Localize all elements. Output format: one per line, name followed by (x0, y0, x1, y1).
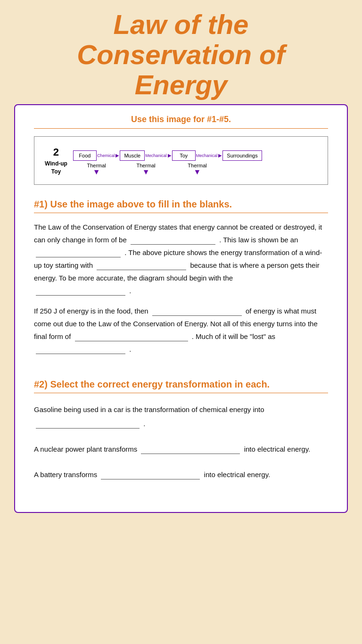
q1-blank3[interactable] (97, 262, 186, 270)
section-divider-q1 (34, 213, 328, 213)
q2-item2: A nuclear power plant transforms into el… (34, 442, 328, 456)
q2-blank2[interactable] (141, 446, 240, 454)
q1-p1-after1: . This law is shown be an (219, 236, 298, 244)
q1-blank7[interactable] (36, 346, 125, 354)
arrow-muscle-to-toy: Mechanical (145, 153, 172, 158)
thermal-food-arrow: ▼ (93, 168, 100, 176)
section-divider-top (34, 128, 328, 129)
q1-blank6[interactable] (75, 333, 188, 341)
thermal-toy-arrow: ▼ (194, 168, 201, 176)
q1-p2-text1: If 250 J of energy is in the food, then (34, 307, 148, 315)
thermal-muscle-arrow: ▼ (142, 168, 150, 176)
diagram-flow: Food Chemical Thermal ▼ Muscle Mechanica… (73, 146, 323, 176)
thermal-muscle-label: Thermal (136, 163, 155, 168)
thermal-muscle: Thermal ▼ (136, 163, 155, 176)
q1-blank1[interactable] (131, 236, 215, 245)
page-title: Law of the Conservation of Energy (77, 9, 285, 99)
question2-body: Gasoline being used in a car is the tran… (34, 403, 328, 482)
q1-paragraph1: The Law of the Conservation of Energy st… (34, 221, 328, 297)
q2-blank1[interactable] (36, 420, 140, 429)
page-header: Law of the Conservation of Energy (0, 0, 362, 104)
q1-paragraph2: If 250 J of energy is in the food, then … (34, 305, 328, 355)
thermal-toy: Thermal ▼ (188, 163, 206, 176)
question2-heading: #2) Select the correct energy transforma… (34, 379, 328, 390)
q2-item1-after: . (143, 420, 145, 428)
thermal-food-label: Thermal (87, 163, 106, 168)
arrow-food-to-muscle: Chemical (97, 153, 120, 158)
q1-p1-after4: . (129, 287, 131, 295)
q2-item1: Gasoline being used in a car is the tran… (34, 403, 328, 431)
thermal-food: Thermal ▼ (87, 163, 106, 176)
section-divider-q2 (34, 393, 328, 393)
q1-blank2[interactable] (36, 249, 121, 257)
node-surroundings: Surroundings (222, 150, 262, 161)
diagram-item-number: 2 (45, 145, 67, 160)
box-toy: Toy (172, 150, 196, 161)
node-toy: Toy Mechanical Thermal ▼ (172, 150, 223, 176)
q1-blank5[interactable] (152, 307, 242, 316)
q1-blank4[interactable] (36, 287, 125, 296)
q2-item3-text: A battery transforms (34, 471, 97, 479)
energy-diagram: 2 Wind-upToy Food Chemical Thermal ▼ (34, 136, 328, 184)
diagram-item-label: 2 Wind-upToy (39, 141, 73, 179)
diagram-item-name: Wind-upToy (45, 160, 67, 176)
q2-item2-after: into electrical energy. (244, 445, 311, 453)
q2-item2-text: A nuclear power plant transforms (34, 445, 137, 453)
q2-item3: A battery transforms into electrical ene… (34, 468, 328, 482)
q2-item1-text: Gasoline being used in a car is the tran… (34, 405, 264, 413)
box-surroundings: Surroundings (222, 150, 262, 161)
q1-p2-after2: . Much of it will be "lost" as (192, 332, 275, 340)
q2-blank3[interactable] (101, 471, 200, 479)
question1-heading: #1) Use the image above to fill in the b… (34, 199, 328, 210)
arrow-toy-to-surroundings: Mechanical (196, 153, 223, 158)
q2-item3-after: into electrical energy. (204, 471, 271, 479)
main-content-card: Use this image for #1-#5. 2 Wind-upToy F… (14, 104, 348, 512)
thermal-toy-label: Thermal (188, 163, 206, 168)
node-food: Food Chemical Thermal ▼ (73, 150, 120, 176)
box-food: Food (73, 150, 97, 161)
node-muscle: Muscle Mechanical Thermal ▼ (120, 150, 172, 176)
image-section-label: Use this image for #1-#5. (34, 115, 328, 124)
question1-body: The Law of the Conservation of Energy st… (34, 221, 328, 355)
box-muscle: Muscle (120, 150, 145, 161)
q1-p2-after3: . (129, 345, 131, 353)
